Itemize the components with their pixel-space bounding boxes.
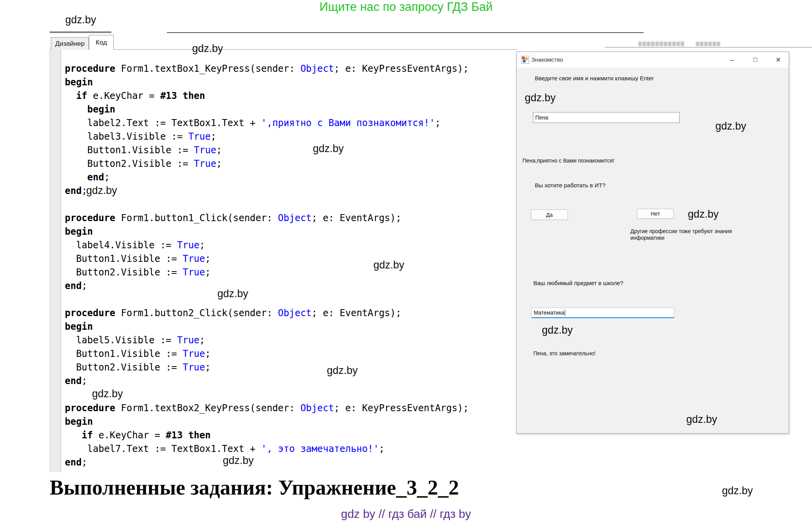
code-line: if e.KeyChar = #13 then [65, 89, 468, 103]
code-line: Button1.Visible := True; [65, 144, 468, 157]
code-line: Button1.Visible := True; [65, 252, 468, 266]
code-line [65, 198, 468, 211]
form-window-titlebar[interactable]: Знакомство – □ ✕ [517, 52, 789, 68]
code-line: procedure Form1.button2_Click(sender: Ob… [65, 306, 468, 320]
form-body: Введите свое имя и нажмити клавишу Enter… [517, 67, 789, 433]
question-it-label: Вы хотите работать в ИТ? [535, 182, 606, 189]
watermark: gdz.by [92, 388, 123, 400]
tab-code[interactable]: Код [89, 35, 114, 50]
subject-response-label: Пена, это замечательно! [533, 350, 595, 356]
form-window: Знакомство – □ ✕ Введите свое имя и нажм… [516, 52, 789, 434]
code-line: begin [65, 415, 468, 429]
code-line [65, 388, 468, 401]
watermark: gdz.by [722, 485, 753, 497]
window-top-edge-left [50, 31, 111, 33]
yes-button[interactable]: Да [531, 209, 568, 220]
watermark: gdz.by [313, 143, 344, 155]
watermark: gdz.by [373, 259, 404, 271]
code-text[interactable]: procedure Form1.textBox1_KeyPress(sender… [65, 62, 468, 469]
minimize-button[interactable]: – [725, 54, 739, 66]
watermark: gdz.by [223, 455, 254, 467]
background-line [605, 47, 812, 48]
code-line: label4.Visible := True; [65, 239, 468, 252]
footer-title: Выполненные задания: Упражнение_3_2_2 [50, 476, 459, 500]
watermark: gdz.by [542, 324, 573, 336]
code-line: label5.Visible := True; [65, 334, 468, 347]
code-line: Button2.Visible := True; [65, 266, 468, 279]
greeting-label: Пена,приятно с Вами познакомится! [522, 157, 614, 164]
tab-designer-label: Дизайнер [55, 40, 85, 48]
code-line: Button1.Visible := True; [65, 347, 468, 361]
text-cursor [565, 310, 565, 316]
maximize-button[interactable]: □ [749, 54, 762, 66]
code-line: Button2.Visible := True; [65, 361, 468, 374]
watermark: gdz.by [525, 92, 556, 104]
code-line: begin [65, 320, 468, 334]
tab-designer[interactable]: Дизайнер [51, 37, 89, 50]
watermark: gdz.by [327, 365, 358, 377]
subject-input-value: Математика [534, 310, 564, 316]
subject-input[interactable]: Математика [531, 308, 674, 318]
code-line: Button2.Visible := True; [65, 157, 468, 171]
watermark: gdz.by [86, 185, 117, 197]
code-line: begin [65, 76, 468, 89]
watermark: gdz.by [65, 14, 96, 26]
watermark: gdz.by [192, 43, 223, 55]
other-professions-label: Другие профессии тоже требуют знания инф… [630, 228, 751, 241]
form-window-title: Знакомство [531, 56, 563, 63]
code-line: end; [65, 279, 468, 293]
close-button[interactable]: ✕ [772, 54, 785, 66]
question-subject-label: Ваш любимый предмет в школе? [533, 280, 623, 286]
header-note: Ищите нас по запросу ГДЗ Бай [0, 0, 812, 14]
code-line: begin [65, 103, 468, 116]
watermark: gdz.by [715, 120, 746, 132]
form-app-icon [521, 56, 529, 64]
blurred-background-text [696, 42, 720, 46]
code-line [65, 293, 468, 306]
name-input-value: Пена [535, 114, 548, 121]
watermark: gdz.by [686, 414, 717, 426]
watermark: gdz.by [688, 208, 719, 220]
code-line: label2.Text := TextBox1.Text + ',приятно… [65, 116, 468, 130]
editor-gutter [50, 50, 61, 472]
tab-code-label: Код [96, 39, 107, 47]
footer-note: gdz by // гдз бай // гдз by [0, 507, 812, 521]
code-line: end; [65, 171, 468, 184]
watermark: gdz.by [217, 288, 248, 300]
code-line: begin [65, 225, 468, 239]
code-line: label3.Visible := True; [65, 130, 468, 144]
code-line: end; [65, 456, 468, 469]
window-top-edge [167, 32, 644, 33]
name-input[interactable]: Пена [533, 112, 680, 123]
code-line: label7.Text := TextBox1.Text + ', это за… [65, 442, 468, 456]
code-line: end; [65, 374, 468, 388]
code-line: procedure Form1.textBox2_KeyPress(sender… [65, 401, 468, 415]
code-line: procedure Form1.textBox1_KeyPress(sender… [65, 62, 468, 76]
code-line: if e.KeyChar = #13 then [65, 429, 468, 442]
code-editor: procedure Form1.textBox1_KeyPress(sender… [50, 50, 517, 472]
tabpage-border [50, 49, 517, 50]
prompt-name-label: Введите свое имя и нажмити клавишу Enter [535, 75, 654, 81]
page: Ищите нас по запросу ГДЗ Бай Дизайнер Ко… [0, 0, 812, 526]
blurred-background-text [638, 42, 684, 46]
no-button[interactable]: Нет [637, 209, 674, 219]
code-line: end; [65, 184, 468, 198]
code-line: procedure Form1.button1_Click(sender: Ob… [65, 211, 468, 225]
